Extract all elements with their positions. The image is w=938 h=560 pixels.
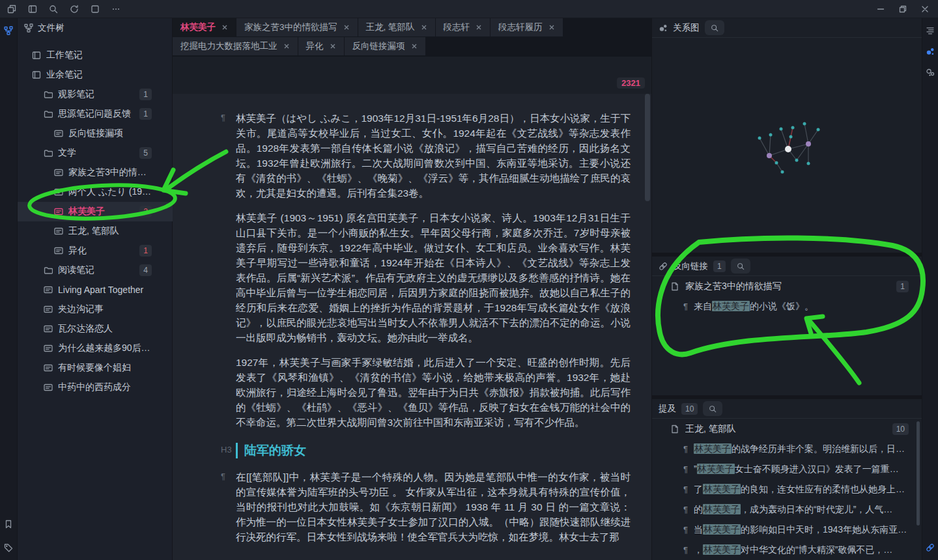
close-icon[interactable] bbox=[343, 24, 350, 31]
sync-icon[interactable] bbox=[69, 4, 79, 14]
paragraph-block[interactable]: ¶ 在[[笔部队]]中，林芙美子是一个特殊的人物。因为她是笔部队中惟一的女作家，… bbox=[221, 469, 651, 544]
tree-item-doc-active[interactable]: 林芙美子2 bbox=[18, 202, 173, 221]
paragraph-text[interactable]: 在[[笔部队]]中，林芙美子是一个特殊的人物。因为她是笔部队中惟一的女作家，被当… bbox=[236, 469, 631, 544]
tag-icon[interactable] bbox=[1, 539, 17, 556]
outline-dock-icon[interactable] bbox=[922, 22, 938, 39]
tree-item-doc[interactable]: 异化1 bbox=[18, 241, 173, 260]
paragraph-block[interactable]: 1927年，林芙美子与画家手冢绿敏结婚，此后进入了一个安定、旺盛的创作时期。先后… bbox=[221, 355, 651, 430]
panel-toggle-icon[interactable] bbox=[27, 4, 38, 14]
tree-item-doc[interactable]: 有时候要像个娼妇 bbox=[18, 358, 173, 378]
tab[interactable]: 段志轩 bbox=[436, 18, 490, 36]
right-dock bbox=[922, 18, 938, 560]
tree-item-doc[interactable]: 反向链接漏项 bbox=[18, 124, 173, 143]
bookmark-icon[interactable] bbox=[1, 516, 17, 533]
ref-highlight[interactable]: 林芙美子 bbox=[712, 301, 750, 311]
mentions-title: 提及 bbox=[659, 403, 676, 415]
workspace-icon[interactable] bbox=[7, 4, 17, 14]
doc-icon bbox=[54, 188, 63, 197]
doc-icon bbox=[54, 129, 63, 138]
paragraph-text[interactable]: 林芙美子（はやし ふみこ，1903年12月31日-1951年6月28日），日本女… bbox=[236, 111, 631, 201]
tree-item-folder[interactable]: 文学5 bbox=[18, 143, 173, 163]
tab[interactable]: 反向链接漏项 bbox=[345, 37, 425, 55]
tree-item-doc[interactable]: 王龙, 笔部队 bbox=[18, 221, 173, 241]
tab[interactable]: 王龙, 笔部队 bbox=[358, 18, 435, 36]
tree-item-doc[interactable]: 为什么越来越多90后、0… bbox=[18, 339, 173, 358]
mention-quote-row[interactable]: ¶林芙美子的战争经历并非个案。明治维新以后，日… bbox=[652, 439, 922, 459]
doc-icon bbox=[44, 344, 53, 353]
mention-quote-row[interactable]: ¶当林芙美子的影响如日中天时，1943年她从东南亚… bbox=[652, 520, 922, 540]
backlink-dock-icon[interactable] bbox=[922, 539, 938, 556]
ref-highlight[interactable]: 林芙美子 bbox=[703, 524, 741, 535]
count-badge: 4 bbox=[139, 264, 152, 276]
backlink-quote-row[interactable]: ¶ 来自林芙美子的小说《饭》。 bbox=[652, 296, 922, 316]
editor-scrollbar[interactable] bbox=[645, 94, 650, 201]
paragraph-text[interactable]: 林芙美子 (1903～1951) 原名宫田芙美子，日本女小说家、诗人。1903年… bbox=[236, 210, 631, 345]
backlinks-search-button[interactable] bbox=[731, 259, 750, 273]
mention-quote-row[interactable]: ¶的林芙美子，成为轰动日本的“时代宠儿”，人气… bbox=[652, 499, 922, 520]
mention-quote-row[interactable]: ¶，林芙美子对中华文化的“博大精深”敬佩不已，… bbox=[652, 540, 922, 560]
tab[interactable]: 异化 bbox=[298, 37, 344, 55]
ref-highlight[interactable]: 林芙美子 bbox=[703, 484, 741, 494]
close-icon[interactable] bbox=[476, 24, 482, 31]
file-icon bbox=[670, 425, 679, 434]
tree-item-doc[interactable]: 瓦尔达洛恋人 bbox=[18, 319, 173, 339]
tree-item-doc[interactable]: 家族之苦3中的情欲描写 bbox=[18, 163, 173, 182]
tree-item-doc[interactable]: 中药中的西药成分 bbox=[18, 378, 173, 397]
folder-icon bbox=[44, 148, 53, 158]
tab[interactable]: 挖掘电力大数据落地工业 bbox=[173, 37, 298, 55]
tree-item-doc[interactable]: 夹边沟记事 bbox=[18, 300, 173, 319]
tree-item-folder[interactable]: 阅读笔记4 bbox=[18, 260, 173, 280]
mention-doc-row[interactable]: 王龙, 笔部队 10 bbox=[652, 419, 922, 439]
ref-highlight[interactable]: 林芙美子 bbox=[694, 443, 732, 454]
search-icon[interactable] bbox=[48, 4, 59, 14]
close-icon[interactable] bbox=[283, 43, 290, 49]
relation-graph-svg[interactable] bbox=[652, 38, 922, 253]
backlinks-count-badge: 1 bbox=[713, 260, 726, 272]
minimize-button[interactable] bbox=[875, 4, 886, 14]
close-icon[interactable] bbox=[221, 24, 228, 31]
graph-search-button[interactable] bbox=[705, 20, 724, 35]
tab[interactable]: 段志轩履历 bbox=[490, 18, 563, 36]
tab[interactable]: 家族之苦3中的情欲描写 bbox=[236, 18, 358, 36]
tree-item-notebook[interactable]: 业余笔记 bbox=[18, 65, 173, 85]
graph-dock-icon[interactable] bbox=[922, 43, 938, 60]
tree-item-doc[interactable]: Living Apart Together bbox=[18, 280, 173, 300]
mentions-search-button[interactable] bbox=[703, 401, 722, 416]
tree-item-folder[interactable]: 思源笔记问题反馈1 bbox=[18, 104, 173, 124]
ref-highlight[interactable]: 林芙美子 bbox=[703, 504, 741, 514]
tab-active[interactable]: 林芙美子 bbox=[173, 18, 236, 36]
count-badge: 1 bbox=[139, 245, 152, 257]
heading-block[interactable]: H3 陆军的骄女 bbox=[221, 443, 651, 458]
ref-highlight[interactable]: 林芙美子 bbox=[697, 464, 735, 474]
count-badge: 1 bbox=[139, 108, 152, 120]
graph-panel-title: 关系图 bbox=[673, 22, 700, 34]
more-icon[interactable] bbox=[111, 4, 121, 14]
paragraph-block[interactable]: 林芙美子 (1903～1951) 原名宫田芙美子，日本女小说家、诗人。1903年… bbox=[221, 210, 651, 345]
tree-item-folder[interactable]: 观影笔记1 bbox=[18, 85, 173, 104]
heading-gutter-mark: H3 bbox=[221, 443, 236, 458]
backlink-doc-row[interactable]: 家族之苦3中的情欲描写 1 bbox=[652, 276, 922, 296]
select-all-icon[interactable] bbox=[90, 4, 100, 14]
mention-quote-row[interactable]: ¶”林芙美子女士奋不顾身进入汉口》发表了一篇重… bbox=[652, 459, 922, 479]
backlinks-header: 反向链接 1 bbox=[652, 257, 922, 276]
ref-highlight[interactable]: 林芙美子 bbox=[703, 544, 741, 555]
paragraph-text[interactable]: 1927年，林芙美子与画家手冢绿敏结婚，此后进入了一个安定、旺盛的创作时期。先后… bbox=[236, 355, 631, 430]
global-graph-dock-icon[interactable] bbox=[922, 64, 938, 81]
paragraph-block[interactable]: ¶ 林芙美子（はやし ふみこ，1903年12月31日-1951年6月28日），日… bbox=[221, 111, 651, 201]
close-icon[interactable] bbox=[330, 43, 336, 49]
tree-item-notebook[interactable]: 工作笔记 bbox=[18, 46, 173, 65]
close-icon[interactable] bbox=[421, 24, 427, 31]
tree-item-doc[interactable]: 两个人 ふたり (1991) bbox=[18, 182, 173, 202]
siyuan-app-window: 文件树 工作笔记 业余笔记 观影笔记1 思源笔记问题反馈1 反向链接漏项 文学5… bbox=[0, 0, 938, 560]
close-icon[interactable] bbox=[548, 24, 555, 31]
count-badge: 1 bbox=[139, 89, 152, 100]
editor-area[interactable]: ¶ 林芙美子（はやし ふみこ，1903年12月31日-1951年6月28日），日… bbox=[173, 94, 651, 560]
mentions-scrollbar[interactable] bbox=[917, 421, 920, 525]
heading-text[interactable]: 陆军的骄女 bbox=[236, 443, 631, 458]
file-tree-dock-icon[interactable] bbox=[1, 22, 17, 39]
mention-quote-row[interactable]: ¶了林芙美子的良知，连女性应有的柔情也从她身上… bbox=[652, 479, 922, 499]
restore-button[interactable] bbox=[898, 4, 908, 14]
close-icon[interactable] bbox=[411, 43, 418, 49]
folder-icon bbox=[44, 266, 53, 275]
close-button[interactable] bbox=[920, 4, 930, 14]
